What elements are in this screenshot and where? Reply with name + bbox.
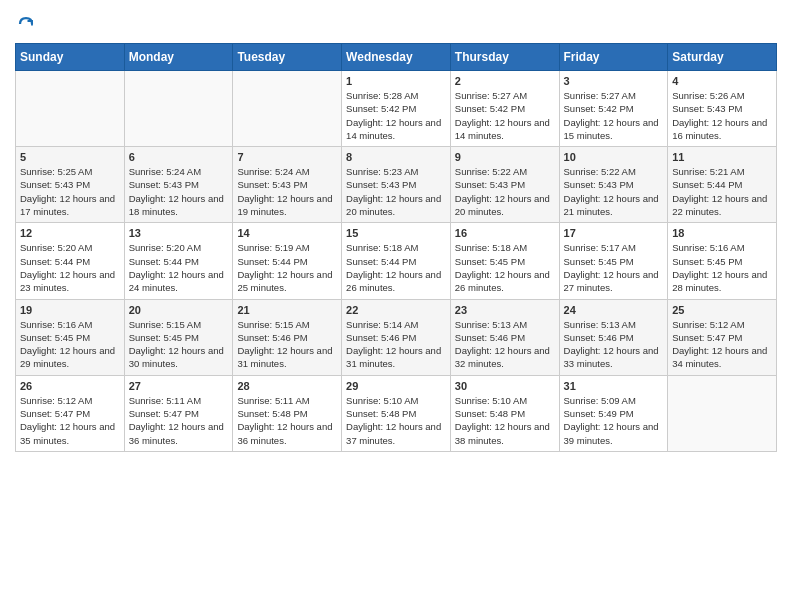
day-number: 20 [129, 304, 229, 316]
day-info: Sunrise: 5:14 AM Sunset: 5:46 PM Dayligh… [346, 318, 446, 371]
logo-icon [17, 15, 35, 33]
calendar-cell: 15Sunrise: 5:18 AM Sunset: 5:44 PM Dayli… [342, 223, 451, 299]
calendar-cell: 19Sunrise: 5:16 AM Sunset: 5:45 PM Dayli… [16, 299, 125, 375]
page-header [15, 15, 777, 33]
day-info: Sunrise: 5:20 AM Sunset: 5:44 PM Dayligh… [129, 241, 229, 294]
calendar-cell: 28Sunrise: 5:11 AM Sunset: 5:48 PM Dayli… [233, 375, 342, 451]
day-info: Sunrise: 5:27 AM Sunset: 5:42 PM Dayligh… [564, 89, 664, 142]
day-info: Sunrise: 5:27 AM Sunset: 5:42 PM Dayligh… [455, 89, 555, 142]
calendar-week-row: 1Sunrise: 5:28 AM Sunset: 5:42 PM Daylig… [16, 71, 777, 147]
calendar-cell: 7Sunrise: 5:24 AM Sunset: 5:43 PM Daylig… [233, 147, 342, 223]
calendar-cell: 2Sunrise: 5:27 AM Sunset: 5:42 PM Daylig… [450, 71, 559, 147]
day-number: 17 [564, 227, 664, 239]
day-info: Sunrise: 5:15 AM Sunset: 5:45 PM Dayligh… [129, 318, 229, 371]
calendar-cell: 11Sunrise: 5:21 AM Sunset: 5:44 PM Dayli… [668, 147, 777, 223]
calendar-cell: 17Sunrise: 5:17 AM Sunset: 5:45 PM Dayli… [559, 223, 668, 299]
day-number: 12 [20, 227, 120, 239]
day-info: Sunrise: 5:21 AM Sunset: 5:44 PM Dayligh… [672, 165, 772, 218]
day-info: Sunrise: 5:10 AM Sunset: 5:48 PM Dayligh… [455, 394, 555, 447]
calendar-cell: 23Sunrise: 5:13 AM Sunset: 5:46 PM Dayli… [450, 299, 559, 375]
calendar-cell: 21Sunrise: 5:15 AM Sunset: 5:46 PM Dayli… [233, 299, 342, 375]
day-number: 30 [455, 380, 555, 392]
weekday-header: Monday [124, 44, 233, 71]
calendar-cell: 27Sunrise: 5:11 AM Sunset: 5:47 PM Dayli… [124, 375, 233, 451]
calendar-cell: 4Sunrise: 5:26 AM Sunset: 5:43 PM Daylig… [668, 71, 777, 147]
calendar-cell: 9Sunrise: 5:22 AM Sunset: 5:43 PM Daylig… [450, 147, 559, 223]
calendar-cell: 22Sunrise: 5:14 AM Sunset: 5:46 PM Dayli… [342, 299, 451, 375]
day-info: Sunrise: 5:28 AM Sunset: 5:42 PM Dayligh… [346, 89, 446, 142]
day-info: Sunrise: 5:26 AM Sunset: 5:43 PM Dayligh… [672, 89, 772, 142]
calendar-cell: 29Sunrise: 5:10 AM Sunset: 5:48 PM Dayli… [342, 375, 451, 451]
weekday-header: Tuesday [233, 44, 342, 71]
calendar-cell: 12Sunrise: 5:20 AM Sunset: 5:44 PM Dayli… [16, 223, 125, 299]
day-number: 31 [564, 380, 664, 392]
day-number: 5 [20, 151, 120, 163]
day-info: Sunrise: 5:10 AM Sunset: 5:48 PM Dayligh… [346, 394, 446, 447]
day-number: 11 [672, 151, 772, 163]
weekday-header: Friday [559, 44, 668, 71]
calendar-cell: 8Sunrise: 5:23 AM Sunset: 5:43 PM Daylig… [342, 147, 451, 223]
calendar-week-row: 5Sunrise: 5:25 AM Sunset: 5:43 PM Daylig… [16, 147, 777, 223]
day-number: 23 [455, 304, 555, 316]
calendar-cell: 24Sunrise: 5:13 AM Sunset: 5:46 PM Dayli… [559, 299, 668, 375]
logo [15, 15, 39, 33]
weekday-header: Wednesday [342, 44, 451, 71]
calendar-cell [16, 71, 125, 147]
calendar-cell: 26Sunrise: 5:12 AM Sunset: 5:47 PM Dayli… [16, 375, 125, 451]
day-number: 2 [455, 75, 555, 87]
day-number: 21 [237, 304, 337, 316]
day-info: Sunrise: 5:18 AM Sunset: 5:44 PM Dayligh… [346, 241, 446, 294]
day-number: 9 [455, 151, 555, 163]
calendar-table: SundayMondayTuesdayWednesdayThursdayFrid… [15, 43, 777, 452]
day-number: 16 [455, 227, 555, 239]
calendar-cell: 20Sunrise: 5:15 AM Sunset: 5:45 PM Dayli… [124, 299, 233, 375]
day-number: 22 [346, 304, 446, 316]
day-info: Sunrise: 5:12 AM Sunset: 5:47 PM Dayligh… [672, 318, 772, 371]
day-number: 26 [20, 380, 120, 392]
calendar-cell [124, 71, 233, 147]
day-number: 19 [20, 304, 120, 316]
day-info: Sunrise: 5:18 AM Sunset: 5:45 PM Dayligh… [455, 241, 555, 294]
calendar-cell: 31Sunrise: 5:09 AM Sunset: 5:49 PM Dayli… [559, 375, 668, 451]
day-number: 8 [346, 151, 446, 163]
day-info: Sunrise: 5:24 AM Sunset: 5:43 PM Dayligh… [237, 165, 337, 218]
day-number: 24 [564, 304, 664, 316]
calendar-cell: 3Sunrise: 5:27 AM Sunset: 5:42 PM Daylig… [559, 71, 668, 147]
calendar-cell: 6Sunrise: 5:24 AM Sunset: 5:43 PM Daylig… [124, 147, 233, 223]
calendar-cell: 1Sunrise: 5:28 AM Sunset: 5:42 PM Daylig… [342, 71, 451, 147]
day-info: Sunrise: 5:09 AM Sunset: 5:49 PM Dayligh… [564, 394, 664, 447]
day-info: Sunrise: 5:17 AM Sunset: 5:45 PM Dayligh… [564, 241, 664, 294]
day-info: Sunrise: 5:13 AM Sunset: 5:46 PM Dayligh… [564, 318, 664, 371]
day-info: Sunrise: 5:13 AM Sunset: 5:46 PM Dayligh… [455, 318, 555, 371]
calendar-cell [233, 71, 342, 147]
day-info: Sunrise: 5:24 AM Sunset: 5:43 PM Dayligh… [129, 165, 229, 218]
day-number: 15 [346, 227, 446, 239]
day-info: Sunrise: 5:11 AM Sunset: 5:47 PM Dayligh… [129, 394, 229, 447]
calendar-body: 1Sunrise: 5:28 AM Sunset: 5:42 PM Daylig… [16, 71, 777, 452]
weekday-row: SundayMondayTuesdayWednesdayThursdayFrid… [16, 44, 777, 71]
calendar-cell: 25Sunrise: 5:12 AM Sunset: 5:47 PM Dayli… [668, 299, 777, 375]
day-number: 14 [237, 227, 337, 239]
calendar-week-row: 19Sunrise: 5:16 AM Sunset: 5:45 PM Dayli… [16, 299, 777, 375]
day-number: 6 [129, 151, 229, 163]
day-info: Sunrise: 5:25 AM Sunset: 5:43 PM Dayligh… [20, 165, 120, 218]
day-number: 10 [564, 151, 664, 163]
calendar-cell: 14Sunrise: 5:19 AM Sunset: 5:44 PM Dayli… [233, 223, 342, 299]
calendar-cell: 13Sunrise: 5:20 AM Sunset: 5:44 PM Dayli… [124, 223, 233, 299]
calendar-cell: 10Sunrise: 5:22 AM Sunset: 5:43 PM Dayli… [559, 147, 668, 223]
day-info: Sunrise: 5:16 AM Sunset: 5:45 PM Dayligh… [20, 318, 120, 371]
day-number: 3 [564, 75, 664, 87]
calendar-week-row: 12Sunrise: 5:20 AM Sunset: 5:44 PM Dayli… [16, 223, 777, 299]
day-number: 4 [672, 75, 772, 87]
day-info: Sunrise: 5:11 AM Sunset: 5:48 PM Dayligh… [237, 394, 337, 447]
calendar-cell: 16Sunrise: 5:18 AM Sunset: 5:45 PM Dayli… [450, 223, 559, 299]
weekday-header: Sunday [16, 44, 125, 71]
calendar-cell: 30Sunrise: 5:10 AM Sunset: 5:48 PM Dayli… [450, 375, 559, 451]
day-info: Sunrise: 5:19 AM Sunset: 5:44 PM Dayligh… [237, 241, 337, 294]
day-info: Sunrise: 5:20 AM Sunset: 5:44 PM Dayligh… [20, 241, 120, 294]
calendar-header: SundayMondayTuesdayWednesdayThursdayFrid… [16, 44, 777, 71]
calendar-cell: 5Sunrise: 5:25 AM Sunset: 5:43 PM Daylig… [16, 147, 125, 223]
calendar-week-row: 26Sunrise: 5:12 AM Sunset: 5:47 PM Dayli… [16, 375, 777, 451]
day-number: 28 [237, 380, 337, 392]
day-info: Sunrise: 5:23 AM Sunset: 5:43 PM Dayligh… [346, 165, 446, 218]
